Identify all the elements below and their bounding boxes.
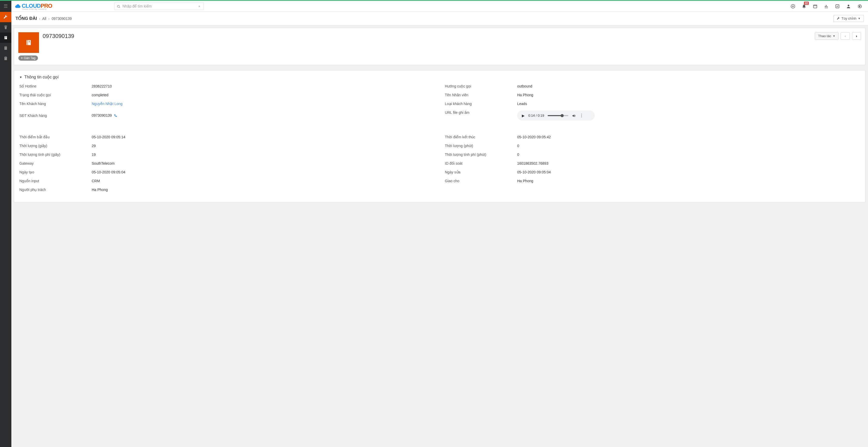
breadcrumb-sep: › bbox=[48, 16, 50, 21]
field-label: Trạng thái cuộc gọi bbox=[20, 93, 92, 97]
field-label: Thời lượng tính phí (phút) bbox=[445, 152, 517, 157]
search-placeholder: Nhập để tìm kiếm bbox=[122, 4, 198, 8]
field-source: Nguồn input CRM bbox=[20, 179, 435, 183]
field-recording: URL file ghi âm ▶ 0:14 / 0:19 bbox=[445, 110, 860, 121]
field-label: Thời điểm bắt đầu bbox=[20, 135, 92, 139]
field-label: Thời lượng tính phí (giây) bbox=[20, 152, 92, 157]
sidebar-item-doc1[interactable] bbox=[0, 43, 11, 53]
field-label: Người phụ trách bbox=[20, 187, 92, 192]
actions-dropdown[interactable]: Thao tác ▼ bbox=[815, 32, 839, 40]
customize-label: Tùy chỉnh bbox=[842, 16, 857, 21]
field-recon-id: ID đối soát 1601863502.76893 bbox=[445, 161, 860, 165]
phone-value: 0973090139 bbox=[92, 113, 112, 117]
customer-link[interactable]: Nguyễn Nhật Long bbox=[92, 102, 435, 106]
field-label: Gateway bbox=[20, 161, 92, 165]
field-customer-name: Tên Khách hàng Nguyễn Nhật Long bbox=[20, 102, 435, 106]
field-value: Ha Phong bbox=[517, 179, 860, 183]
field-value: 0 bbox=[517, 144, 860, 148]
customize-button[interactable]: Tùy chỉnh ▼ bbox=[833, 15, 864, 22]
add-tag-button[interactable]: + Gán Tag bbox=[18, 56, 38, 61]
phone-icon[interactable] bbox=[114, 113, 118, 117]
field-label: SĐT Khách hàng bbox=[20, 113, 92, 118]
field-customer-phone: SĐT Khách hàng 0973090139 bbox=[20, 110, 435, 121]
book-icon bbox=[25, 39, 32, 46]
tag-label: Gán Tag bbox=[24, 56, 35, 60]
volume-icon[interactable] bbox=[572, 113, 576, 118]
reports-icon[interactable] bbox=[824, 4, 829, 9]
wrench-icon bbox=[837, 17, 840, 20]
field-value: 05-10-2020 09:05:14 bbox=[92, 135, 435, 139]
search-container: Nhập để tìm kiếm bbox=[114, 2, 204, 10]
field-value: 05-10-2020 09:05:42 bbox=[517, 135, 860, 139]
breadcrumb-sep: › bbox=[39, 16, 40, 21]
field-label: Giao cho bbox=[445, 179, 517, 183]
field-dur-min: Thời lượng (phút) 0 bbox=[445, 144, 860, 148]
field-end-time: Thời điểm kết thúc 05-10-2020 09:05:42 bbox=[445, 135, 860, 139]
hamburger-icon: ☰ bbox=[4, 3, 8, 9]
field-assigned: Giao cho Ha Phong bbox=[445, 179, 860, 183]
field-value: SouthTelecom bbox=[92, 161, 435, 165]
sidebar-item-doc2[interactable] bbox=[0, 53, 11, 64]
field-label: Thời lượng (phút) bbox=[445, 144, 517, 148]
field-value: completed bbox=[92, 93, 435, 97]
next-record-button[interactable] bbox=[852, 32, 861, 40]
logo-tagline: Cloud CRM By Industry bbox=[22, 8, 52, 10]
notification-badge: 22 bbox=[804, 2, 809, 5]
field-label: Loại khách hàng bbox=[445, 102, 517, 106]
field-value: 05-10-2020 09:05:04 bbox=[517, 170, 860, 174]
field-label: Hướng cuộc gọi bbox=[445, 84, 517, 88]
caret-down-icon: ▼ bbox=[20, 76, 22, 79]
field-value: 2836222710 bbox=[92, 84, 435, 88]
field-label: URL file ghi âm bbox=[445, 110, 517, 114]
record-header-card: 0973090139 Thao tác ▼ + bbox=[14, 28, 865, 65]
audio-seek[interactable] bbox=[548, 115, 568, 116]
field-label: Tên Khách hàng bbox=[20, 102, 92, 106]
field-bill-min: Thời lượng tính phí (phút) 0 bbox=[445, 152, 860, 157]
section-title: Thông tin cuộc gọi bbox=[24, 75, 59, 79]
field-employee: Tên Nhân viên Ha Phong bbox=[445, 93, 860, 97]
section-header[interactable]: ▼ Thông tin cuộc gọi bbox=[20, 75, 860, 79]
sidebar-item-trash[interactable] bbox=[0, 22, 11, 33]
settings-icon[interactable] bbox=[858, 4, 862, 9]
user-icon[interactable] bbox=[846, 4, 851, 9]
breadcrumb-bar: TỔNG ĐÀI › All › 0973090139 Tùy chỉnh ▼ bbox=[11, 12, 868, 25]
field-label: Ngày tạo bbox=[20, 170, 92, 174]
record-type-icon bbox=[18, 32, 39, 53]
field-label: Thời lượng (giây) bbox=[20, 144, 92, 148]
breadcrumb-module[interactable]: TỔNG ĐÀI bbox=[16, 16, 37, 21]
notifications-icon[interactable]: 22 bbox=[802, 4, 806, 9]
field-bill-sec: Thời lượng tính phí (giây) 19 bbox=[20, 152, 435, 157]
calendar-icon[interactable] bbox=[813, 4, 817, 9]
field-label: ID đối soát bbox=[445, 161, 517, 165]
search-dropdown-icon[interactable] bbox=[198, 5, 201, 8]
play-icon[interactable]: ▶ bbox=[522, 113, 525, 118]
chevron-left-icon bbox=[843, 35, 847, 38]
breadcrumb-all[interactable]: All bbox=[42, 16, 46, 21]
field-value: Leads bbox=[517, 102, 860, 106]
book-icon bbox=[4, 36, 8, 40]
topbar: ☰ CLOUDPRO Cloud CRM By Industry Nhập để… bbox=[0, 0, 868, 12]
quick-add-icon[interactable] bbox=[791, 4, 795, 9]
field-value: Ha Phong bbox=[92, 187, 435, 192]
record-title: 0973090139 bbox=[43, 33, 811, 39]
field-modified: Ngày sửa 05-10-2020 09:05:04 bbox=[445, 170, 860, 174]
field-label: Số Hotline bbox=[20, 84, 92, 88]
search-input[interactable]: Nhập để tìm kiếm bbox=[114, 2, 204, 10]
sidebar-item-tools[interactable] bbox=[0, 12, 11, 22]
field-value: outbound bbox=[517, 84, 860, 88]
more-icon[interactable]: ⋮ bbox=[580, 113, 584, 118]
menu-toggle[interactable]: ☰ bbox=[0, 1, 11, 12]
field-value: 19 bbox=[92, 152, 435, 157]
audio-player[interactable]: ▶ 0:14 / 0:19 ⋮ bbox=[517, 110, 595, 121]
logo[interactable]: CLOUDPRO Cloud CRM By Industry bbox=[14, 3, 52, 10]
field-value: 05-10-2020 09:05:04 bbox=[92, 170, 435, 174]
topbar-actions: 22 bbox=[791, 4, 868, 9]
prev-record-button bbox=[841, 32, 850, 40]
tasks-icon[interactable] bbox=[835, 4, 840, 9]
clipboard-icon bbox=[4, 46, 8, 50]
svg-point-4 bbox=[847, 5, 849, 6]
details-card: ▼ Thông tin cuộc gọi Số Hotline 28362227… bbox=[14, 70, 865, 202]
audio-time: 0:14 / 0:19 bbox=[528, 113, 544, 117]
field-value: CRM bbox=[92, 179, 435, 183]
sidebar-item-pbx[interactable] bbox=[0, 33, 11, 43]
